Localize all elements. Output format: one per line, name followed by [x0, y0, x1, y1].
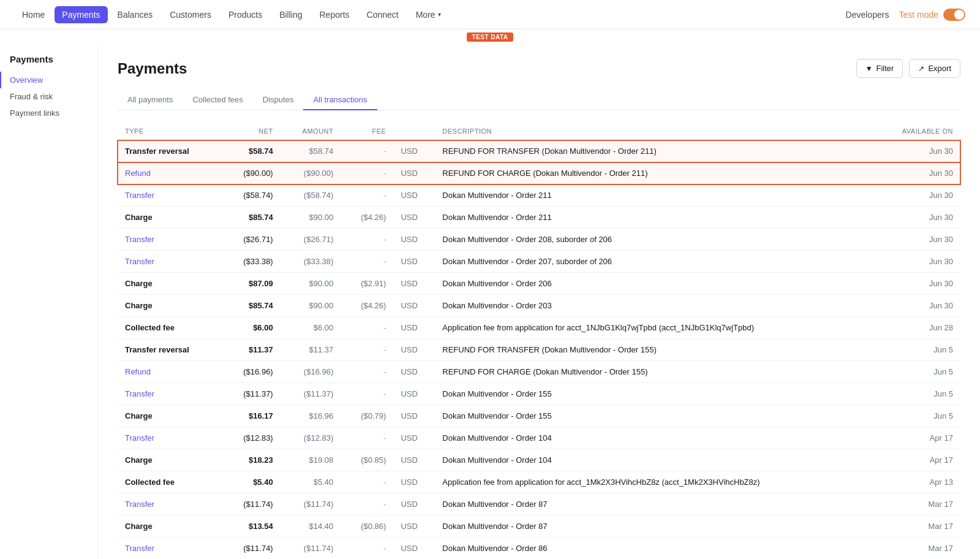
table-row[interactable]: Collected fee $6.00 $6.00 - USD Applicat…	[118, 317, 960, 339]
nav-items: Home Payments Balances Customers Product…	[15, 6, 846, 23]
cell-amount: $14.40	[281, 515, 341, 538]
cell-type[interactable]: Refund	[118, 162, 222, 184]
nav-right: Developers Test mode	[846, 9, 965, 21]
nav-billing[interactable]: Billing	[272, 6, 309, 23]
cell-available-on: Jun 28	[873, 317, 960, 339]
test-mode-toggle[interactable]	[943, 9, 965, 21]
cell-available-on: Jun 5	[873, 383, 960, 405]
cell-net: ($26.71)	[222, 229, 281, 251]
cell-type[interactable]: Transfer	[118, 229, 222, 251]
table-row[interactable]: Transfer reversal $11.37 $11.37 - USD RE…	[118, 339, 960, 361]
cell-net: ($11.74)	[222, 538, 281, 560]
table-row[interactable]: Transfer ($11.74) ($11.74) - USD Dokan M…	[118, 493, 960, 515]
table-row[interactable]: Refund ($16.96) ($16.96) - USD REFUND FO…	[118, 361, 960, 383]
cell-type[interactable]: Transfer	[118, 493, 222, 515]
tab-all-transactions[interactable]: All transactions	[303, 90, 377, 110]
cell-type[interactable]: Transfer	[118, 184, 222, 207]
nav-balances[interactable]: Balances	[110, 6, 160, 23]
table-row[interactable]: Collected fee $5.40 $5.40 - USD Applicat…	[118, 471, 960, 493]
cell-net: ($12.83)	[222, 427, 281, 449]
cell-fee: -	[341, 361, 393, 383]
cell-type: Transfer reversal	[118, 339, 222, 361]
cell-net: $87.09	[222, 273, 281, 295]
export-button[interactable]: ↗ Export	[909, 59, 960, 78]
cell-fee: -	[341, 427, 393, 449]
sidebar-item-overview[interactable]: Overview	[0, 72, 97, 88]
cell-currency: USD	[393, 361, 435, 383]
nav-payments[interactable]: Payments	[55, 6, 107, 23]
cell-available-on: Apr 17	[873, 427, 960, 449]
cell-fee: -	[341, 251, 393, 273]
table-row[interactable]: Transfer ($26.71) ($26.71) - USD Dokan M…	[118, 229, 960, 251]
cell-amount: $58.74	[281, 140, 341, 162]
nav-more[interactable]: More ▾	[409, 6, 448, 23]
cell-available-on: Apr 13	[873, 471, 960, 493]
cell-net: $13.54	[222, 515, 281, 538]
table-row[interactable]: Transfer ($11.74) ($11.74) - USD Dokan M…	[118, 538, 960, 560]
cell-fee: ($0.79)	[341, 405, 393, 427]
tab-all-payments[interactable]: All payments	[118, 90, 183, 110]
cell-net: $11.37	[222, 339, 281, 361]
table-row[interactable]: Transfer ($12.83) ($12.83) - USD Dokan M…	[118, 427, 960, 449]
cell-amount: ($12.83)	[281, 427, 341, 449]
cell-type: Charge	[118, 207, 222, 229]
sidebar-item-payment-links[interactable]: Payment links	[0, 105, 97, 121]
cell-description: REFUND FOR TRANSFER (Dokan Multivendor -…	[435, 140, 873, 162]
cell-currency: USD	[393, 538, 435, 560]
col-fee: FEE	[341, 123, 393, 140]
filter-button[interactable]: ▼ Filter	[856, 59, 903, 78]
cell-type: Charge	[118, 295, 222, 317]
table-row[interactable]: Charge $16.17 $16.96 ($0.79) USD Dokan M…	[118, 405, 960, 427]
cell-fee: -	[341, 162, 393, 184]
cell-amount: $5.40	[281, 471, 341, 493]
cell-currency: USD	[393, 207, 435, 229]
sidebar-item-fraud-risk[interactable]: Fraud & risk	[0, 88, 97, 105]
table-row[interactable]: Charge $13.54 $14.40 ($0.86) USD Dokan M…	[118, 515, 960, 538]
developers-link[interactable]: Developers	[846, 10, 889, 20]
cell-net: $6.00	[222, 317, 281, 339]
cell-currency: USD	[393, 339, 435, 361]
table-row[interactable]: Refund ($90.00) ($90.00) - USD REFUND FO…	[118, 162, 960, 184]
table-row[interactable]: Charge $85.74 $90.00 ($4.26) USD Dokan M…	[118, 295, 960, 317]
page-title: Payments	[118, 60, 187, 77]
cell-currency: USD	[393, 317, 435, 339]
table-row[interactable]: Charge $85.74 $90.00 ($4.26) USD Dokan M…	[118, 207, 960, 229]
cell-type[interactable]: Transfer	[118, 383, 222, 405]
col-net: NET	[222, 123, 281, 140]
nav-home[interactable]: Home	[15, 6, 52, 23]
chevron-down-icon: ▾	[438, 11, 441, 18]
table-row[interactable]: Transfer ($33.38) ($33.38) - USD Dokan M…	[118, 251, 960, 273]
cell-currency: USD	[393, 229, 435, 251]
toggle-knob	[954, 10, 964, 20]
table-row[interactable]: Transfer reversal $58.74 $58.74 - USD RE…	[118, 140, 960, 162]
cell-net: $5.40	[222, 471, 281, 493]
cell-type[interactable]: Transfer	[118, 427, 222, 449]
cell-description: Dokan Multivendor - Order 87	[435, 493, 873, 515]
cell-fee: -	[341, 184, 393, 207]
nav-connect[interactable]: Connect	[360, 6, 406, 23]
cell-type[interactable]: Transfer	[118, 251, 222, 273]
cell-description: REFUND FOR CHARGE (Dokan Multivendor - O…	[435, 162, 873, 184]
cell-description: Dokan Multivendor - Order 206	[435, 273, 873, 295]
cell-description: Application fee from application for acc…	[435, 317, 873, 339]
cell-amount: $16.96	[281, 405, 341, 427]
table-row[interactable]: Transfer ($58.74) ($58.74) - USD Dokan M…	[118, 184, 960, 207]
nav-products[interactable]: Products	[221, 6, 270, 23]
nav-customers[interactable]: Customers	[162, 6, 219, 23]
table-row[interactable]: Charge $18.23 $19.08 ($0.85) USD Dokan M…	[118, 449, 960, 471]
nav-reports[interactable]: Reports	[312, 6, 357, 23]
cell-fee: ($2.91)	[341, 273, 393, 295]
cell-available-on: Jun 30	[873, 162, 960, 184]
cell-currency: USD	[393, 383, 435, 405]
cell-amount: ($11.74)	[281, 493, 341, 515]
cell-type[interactable]: Transfer	[118, 538, 222, 560]
cell-net: $58.74	[222, 140, 281, 162]
cell-type[interactable]: Refund	[118, 361, 222, 383]
cell-fee: -	[341, 229, 393, 251]
tab-disputes[interactable]: Disputes	[253, 90, 304, 110]
tab-collected-fees[interactable]: Collected fees	[183, 90, 252, 110]
cell-type: Charge	[118, 273, 222, 295]
table-row[interactable]: Charge $87.09 $90.00 ($2.91) USD Dokan M…	[118, 273, 960, 295]
table-row[interactable]: Transfer ($11.37) ($11.37) - USD Dokan M…	[118, 383, 960, 405]
cell-description: Dokan Multivendor - Order 207, suborder …	[435, 251, 873, 273]
